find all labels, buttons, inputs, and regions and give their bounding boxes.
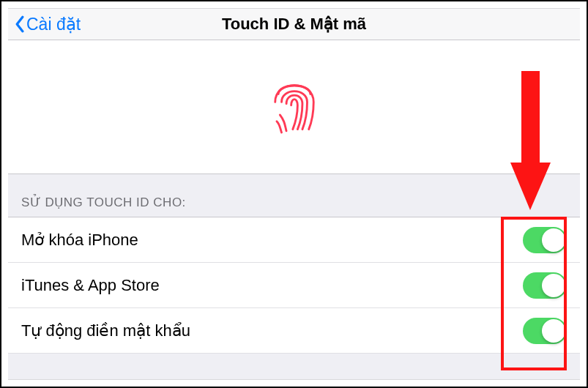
toggle-unlock-iphone[interactable] (523, 227, 567, 253)
nav-bar: Cài đặt Touch ID & Mật mã (8, 9, 580, 40)
fingerprint-hero (8, 40, 580, 174)
page-title: Touch ID & Mật mã (222, 15, 366, 34)
toggle-itunes-appstore[interactable] (523, 272, 567, 299)
row-autofill-password: Tự động điền mật khẩu (8, 308, 580, 354)
chevron-left-icon (14, 15, 25, 33)
settings-rows: Mở khóa iPhone iTunes & App Store Tự độn… (8, 217, 580, 354)
row-label: Tự động điền mật khẩu (21, 321, 190, 340)
back-label: Cài đặt (26, 15, 81, 34)
row-itunes-appstore: iTunes & App Store (8, 263, 580, 308)
row-label: iTunes & App Store (21, 276, 160, 295)
row-label: Mở khóa iPhone (21, 231, 138, 250)
section-header: SỬ DỤNG TOUCH ID CHO: (8, 174, 580, 217)
fingerprint-icon (269, 78, 320, 136)
row-unlock-iphone: Mở khóa iPhone (8, 217, 580, 263)
toggle-autofill-password[interactable] (523, 318, 567, 344)
back-button[interactable]: Cài đặt (14, 15, 81, 34)
